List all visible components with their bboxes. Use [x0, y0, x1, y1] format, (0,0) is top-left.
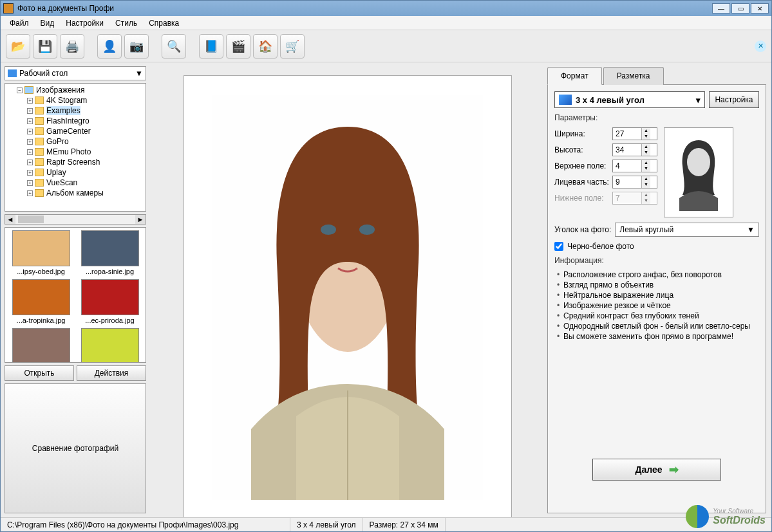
info-item: Расположение строго анфас, без поворотов — [557, 270, 759, 279]
height-spinner[interactable]: ▲▼ — [612, 143, 657, 156]
tree-item[interactable]: +MEmu Photo — [6, 147, 144, 157]
expand-icon[interactable]: + — [27, 170, 33, 176]
tab-format[interactable]: Формат — [547, 67, 602, 85]
save-icon[interactable]: 💾 — [33, 34, 57, 59]
expand-icon[interactable]: + — [27, 149, 33, 155]
help-book-icon[interactable]: 📘 — [199, 34, 223, 59]
thumbnail-item[interactable]: ...svety-ser.jpg — [8, 328, 74, 363]
tree-item[interactable]: +Examples — [6, 105, 144, 116]
folder-dropdown-label: Рабочий стол — [19, 69, 68, 78]
camera-icon[interactable]: 📷 — [124, 34, 149, 59]
photo-canvas[interactable] — [184, 75, 512, 517]
expand-icon[interactable]: + — [27, 98, 33, 104]
maximize-button[interactable]: ▭ — [731, 3, 749, 14]
tree-item[interactable]: +Raptr Screensh — [6, 157, 144, 167]
top-margin-input[interactable] — [613, 161, 641, 170]
info-item: Изображение резкое и чёткое — [557, 301, 759, 310]
info-item: Средний контраст без глубоких теней — [557, 311, 759, 320]
menu-style[interactable]: Стиль — [110, 17, 142, 29]
info-item: Вы сможете заменить фон прямо в программ… — [557, 332, 759, 341]
left-panel: Рабочий стол ▼ − Изображения +4K Stogram… — [1, 62, 150, 517]
thumbnail-item[interactable]: ...-syr-griby.jpg — [77, 328, 143, 363]
status-size: Размер: 27 x 34 мм — [363, 518, 446, 531]
tree-item[interactable]: +Uplay — [6, 167, 144, 178]
params-title: Параметры: — [554, 113, 759, 122]
width-label: Ширина: — [554, 129, 612, 138]
expand-icon[interactable]: + — [27, 160, 33, 165]
width-spinner[interactable]: ▲▼ — [612, 127, 657, 140]
tree-item[interactable]: +FlashIntegro — [6, 116, 144, 126]
menu-view[interactable]: Вид — [35, 17, 60, 29]
tree-item[interactable]: +GoPro — [6, 136, 144, 147]
tree-item-images[interactable]: − Изображения — [6, 85, 144, 95]
bottom-margin-spinner: ▲▼ — [612, 192, 657, 205]
tree-item[interactable]: +GameCenter — [6, 126, 144, 136]
zoom-web-icon[interactable]: 🔍 — [162, 34, 186, 59]
tree-item[interactable]: +VueScan — [6, 178, 144, 188]
compare-button[interactable]: Сравнение фотографий — [5, 383, 146, 514]
open-folder-icon[interactable]: 📂 — [6, 34, 30, 59]
format-select[interactable]: 3 x 4 левый угол ▾ — [554, 91, 705, 108]
thumbnail-item[interactable]: ...ropa-sinie.jpg — [77, 230, 143, 275]
toolbar-close-icon[interactable]: ✕ — [755, 41, 766, 52]
app-icon — [3, 3, 14, 14]
home-icon[interactable]: 🏠 — [253, 34, 278, 59]
next-button[interactable]: Далее ➡ — [592, 459, 721, 481]
expand-icon[interactable]: + — [27, 180, 33, 186]
cart-icon[interactable]: 🛒 — [280, 34, 305, 59]
center-panel — [150, 62, 545, 517]
tree-item[interactable]: +4K Stogram — [6, 95, 144, 105]
desktop-icon — [8, 69, 17, 77]
expand-icon[interactable]: + — [27, 118, 33, 124]
tree-hscrollbar[interactable]: ◄► — [5, 214, 146, 225]
format-select-label: 3 x 4 левый угол — [576, 95, 645, 105]
menu-settings[interactable]: Настройки — [61, 17, 109, 29]
thumbnail-item[interactable]: ...ec-priroda.jpg — [77, 279, 143, 324]
chevron-down-icon: ▾ — [696, 95, 701, 105]
bw-checkbox[interactable] — [554, 242, 563, 251]
height-input[interactable] — [613, 145, 641, 154]
tree-item[interactable]: +Альбом камеры — [6, 188, 144, 198]
expand-icon[interactable]: + — [27, 190, 33, 196]
user-search-icon[interactable]: 👤 — [97, 34, 122, 59]
svg-point-1 — [321, 225, 336, 235]
format-settings-button[interactable]: Настройка — [709, 91, 759, 108]
chevron-down-icon: ▼ — [747, 225, 755, 234]
next-button-label: Далее — [635, 464, 662, 475]
height-label: Высота: — [554, 145, 612, 154]
thumbnails-grid[interactable]: ...ipsy-obed.jpg...ropa-sinie.jpg...a-tr… — [5, 227, 146, 363]
statusbar: C:\Program Files (x86)\Фото на документы… — [1, 517, 771, 531]
face-part-spinner[interactable]: ▲▼ — [612, 176, 657, 188]
expand-icon[interactable]: + — [27, 108, 33, 114]
corner-select[interactable]: Левый круглый ▼ — [615, 223, 759, 237]
thumbnail-item[interactable]: ...ipsy-obed.jpg — [8, 230, 74, 275]
toolbar: 📂 💾 🖨️ 👤 📷 🔍 📘 🎬 🏠 🛒 ✕ — [1, 30, 771, 62]
expand-icon[interactable]: + — [27, 139, 33, 145]
width-input[interactable] — [613, 129, 641, 138]
folder-tree[interactable]: − Изображения +4K Stogram+Examples+Flash… — [5, 83, 146, 212]
actions-button[interactable]: Действия — [77, 365, 146, 381]
face-part-input[interactable] — [613, 178, 641, 187]
info-list: Расположение строго анфас, без поворотов… — [554, 270, 759, 342]
svg-point-5 — [687, 148, 710, 176]
close-button[interactable]: ✕ — [751, 3, 769, 14]
bottom-margin-input — [613, 194, 641, 203]
collapse-icon[interactable]: − — [17, 87, 23, 93]
bottom-margin-label: Нижнее поле: — [554, 194, 612, 203]
arrow-right-icon: ➡ — [669, 463, 679, 477]
minimize-button[interactable]: — — [712, 3, 730, 14]
menu-file[interactable]: Файл — [5, 17, 34, 29]
top-margin-spinner[interactable]: ▲▼ — [612, 160, 657, 172]
thumbnail-item[interactable]: ...a-tropinka.jpg — [8, 279, 74, 324]
chevron-down-icon: ▼ — [135, 69, 143, 78]
menu-help[interactable]: Справка — [144, 17, 184, 29]
preview-thumbnail — [664, 127, 733, 217]
open-button[interactable]: Открыть — [5, 365, 74, 381]
expand-icon[interactable]: + — [27, 129, 33, 134]
tab-markup[interactable]: Разметка — [603, 67, 664, 85]
menubar: Файл Вид Настройки Стиль Справка — [1, 16, 771, 30]
status-path: C:\Program Files (x86)\Фото на документы… — [1, 518, 290, 531]
folder-dropdown[interactable]: Рабочий стол ▼ — [5, 66, 146, 80]
print-icon[interactable]: 🖨️ — [60, 34, 84, 59]
video-icon[interactable]: 🎬 — [226, 34, 250, 59]
